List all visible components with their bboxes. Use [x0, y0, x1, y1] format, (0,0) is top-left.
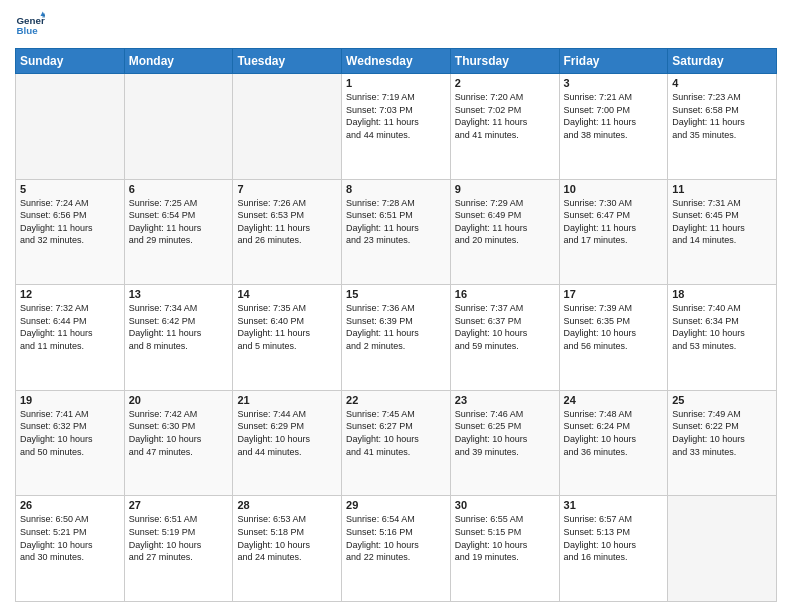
weekday-header: Wednesday: [342, 49, 451, 74]
calendar-cell: 2Sunrise: 7:20 AM Sunset: 7:02 PM Daylig…: [450, 74, 559, 180]
calendar-cell: 24Sunrise: 7:48 AM Sunset: 6:24 PM Dayli…: [559, 390, 668, 496]
calendar-cell: 4Sunrise: 7:23 AM Sunset: 6:58 PM Daylig…: [668, 74, 777, 180]
day-number: 15: [346, 288, 446, 300]
day-number: 1: [346, 77, 446, 89]
calendar-cell: [233, 74, 342, 180]
calendar-week-row: 1Sunrise: 7:19 AM Sunset: 7:03 PM Daylig…: [16, 74, 777, 180]
calendar-week-row: 5Sunrise: 7:24 AM Sunset: 6:56 PM Daylig…: [16, 179, 777, 285]
day-info: Sunrise: 6:51 AM Sunset: 5:19 PM Dayligh…: [129, 513, 229, 563]
day-number: 8: [346, 183, 446, 195]
day-info: Sunrise: 7:20 AM Sunset: 7:02 PM Dayligh…: [455, 91, 555, 141]
day-number: 2: [455, 77, 555, 89]
calendar-cell: [668, 496, 777, 602]
calendar-cell: 18Sunrise: 7:40 AM Sunset: 6:34 PM Dayli…: [668, 285, 777, 391]
calendar-cell: 29Sunrise: 6:54 AM Sunset: 5:16 PM Dayli…: [342, 496, 451, 602]
day-info: Sunrise: 7:29 AM Sunset: 6:49 PM Dayligh…: [455, 197, 555, 247]
calendar-cell: 17Sunrise: 7:39 AM Sunset: 6:35 PM Dayli…: [559, 285, 668, 391]
day-info: Sunrise: 7:23 AM Sunset: 6:58 PM Dayligh…: [672, 91, 772, 141]
day-info: Sunrise: 7:40 AM Sunset: 6:34 PM Dayligh…: [672, 302, 772, 352]
calendar-week-row: 26Sunrise: 6:50 AM Sunset: 5:21 PM Dayli…: [16, 496, 777, 602]
calendar-cell: 31Sunrise: 6:57 AM Sunset: 5:13 PM Dayli…: [559, 496, 668, 602]
calendar-cell: 11Sunrise: 7:31 AM Sunset: 6:45 PM Dayli…: [668, 179, 777, 285]
calendar-table: SundayMondayTuesdayWednesdayThursdayFrid…: [15, 48, 777, 602]
calendar-cell: 14Sunrise: 7:35 AM Sunset: 6:40 PM Dayli…: [233, 285, 342, 391]
day-number: 26: [20, 499, 120, 511]
day-number: 14: [237, 288, 337, 300]
day-number: 7: [237, 183, 337, 195]
calendar-week-row: 12Sunrise: 7:32 AM Sunset: 6:44 PM Dayli…: [16, 285, 777, 391]
day-info: Sunrise: 7:36 AM Sunset: 6:39 PM Dayligh…: [346, 302, 446, 352]
day-info: Sunrise: 7:42 AM Sunset: 6:30 PM Dayligh…: [129, 408, 229, 458]
weekday-header: Tuesday: [233, 49, 342, 74]
day-info: Sunrise: 7:49 AM Sunset: 6:22 PM Dayligh…: [672, 408, 772, 458]
day-number: 28: [237, 499, 337, 511]
calendar-cell: 1Sunrise: 7:19 AM Sunset: 7:03 PM Daylig…: [342, 74, 451, 180]
day-number: 6: [129, 183, 229, 195]
day-info: Sunrise: 7:30 AM Sunset: 6:47 PM Dayligh…: [564, 197, 664, 247]
calendar-cell: 6Sunrise: 7:25 AM Sunset: 6:54 PM Daylig…: [124, 179, 233, 285]
day-info: Sunrise: 6:53 AM Sunset: 5:18 PM Dayligh…: [237, 513, 337, 563]
logo: General Blue: [15, 10, 49, 40]
day-number: 4: [672, 77, 772, 89]
day-info: Sunrise: 7:37 AM Sunset: 6:37 PM Dayligh…: [455, 302, 555, 352]
calendar-cell: 22Sunrise: 7:45 AM Sunset: 6:27 PM Dayli…: [342, 390, 451, 496]
day-info: Sunrise: 6:54 AM Sunset: 5:16 PM Dayligh…: [346, 513, 446, 563]
weekday-header: Saturday: [668, 49, 777, 74]
page-header: General Blue: [15, 10, 777, 40]
calendar-cell: 3Sunrise: 7:21 AM Sunset: 7:00 PM Daylig…: [559, 74, 668, 180]
day-number: 22: [346, 394, 446, 406]
calendar-cell: 13Sunrise: 7:34 AM Sunset: 6:42 PM Dayli…: [124, 285, 233, 391]
day-number: 20: [129, 394, 229, 406]
day-number: 13: [129, 288, 229, 300]
calendar-cell: 26Sunrise: 6:50 AM Sunset: 5:21 PM Dayli…: [16, 496, 125, 602]
day-info: Sunrise: 7:41 AM Sunset: 6:32 PM Dayligh…: [20, 408, 120, 458]
calendar-cell: 7Sunrise: 7:26 AM Sunset: 6:53 PM Daylig…: [233, 179, 342, 285]
calendar-cell: 25Sunrise: 7:49 AM Sunset: 6:22 PM Dayli…: [668, 390, 777, 496]
day-number: 23: [455, 394, 555, 406]
day-number: 25: [672, 394, 772, 406]
calendar-cell: [124, 74, 233, 180]
day-info: Sunrise: 7:19 AM Sunset: 7:03 PM Dayligh…: [346, 91, 446, 141]
day-info: Sunrise: 7:39 AM Sunset: 6:35 PM Dayligh…: [564, 302, 664, 352]
calendar-cell: 8Sunrise: 7:28 AM Sunset: 6:51 PM Daylig…: [342, 179, 451, 285]
calendar-cell: 27Sunrise: 6:51 AM Sunset: 5:19 PM Dayli…: [124, 496, 233, 602]
day-number: 9: [455, 183, 555, 195]
day-info: Sunrise: 6:55 AM Sunset: 5:15 PM Dayligh…: [455, 513, 555, 563]
day-number: 30: [455, 499, 555, 511]
calendar-cell: 19Sunrise: 7:41 AM Sunset: 6:32 PM Dayli…: [16, 390, 125, 496]
day-number: 21: [237, 394, 337, 406]
day-number: 19: [20, 394, 120, 406]
day-number: 31: [564, 499, 664, 511]
day-number: 3: [564, 77, 664, 89]
calendar-cell: 23Sunrise: 7:46 AM Sunset: 6:25 PM Dayli…: [450, 390, 559, 496]
day-number: 17: [564, 288, 664, 300]
day-info: Sunrise: 7:44 AM Sunset: 6:29 PM Dayligh…: [237, 408, 337, 458]
day-info: Sunrise: 7:35 AM Sunset: 6:40 PM Dayligh…: [237, 302, 337, 352]
svg-text:General: General: [17, 15, 46, 26]
day-info: Sunrise: 7:45 AM Sunset: 6:27 PM Dayligh…: [346, 408, 446, 458]
calendar-week-row: 19Sunrise: 7:41 AM Sunset: 6:32 PM Dayli…: [16, 390, 777, 496]
calendar-cell: 16Sunrise: 7:37 AM Sunset: 6:37 PM Dayli…: [450, 285, 559, 391]
logo-icon: General Blue: [15, 10, 45, 40]
day-number: 12: [20, 288, 120, 300]
calendar-cell: [16, 74, 125, 180]
page-container: General Blue SundayMondayTuesdayWednesda…: [0, 0, 792, 612]
day-info: Sunrise: 7:32 AM Sunset: 6:44 PM Dayligh…: [20, 302, 120, 352]
calendar-cell: 28Sunrise: 6:53 AM Sunset: 5:18 PM Dayli…: [233, 496, 342, 602]
day-info: Sunrise: 7:31 AM Sunset: 6:45 PM Dayligh…: [672, 197, 772, 247]
weekday-header: Friday: [559, 49, 668, 74]
calendar-cell: 5Sunrise: 7:24 AM Sunset: 6:56 PM Daylig…: [16, 179, 125, 285]
day-number: 16: [455, 288, 555, 300]
day-number: 29: [346, 499, 446, 511]
calendar-header-row: SundayMondayTuesdayWednesdayThursdayFrid…: [16, 49, 777, 74]
weekday-header: Monday: [124, 49, 233, 74]
svg-text:Blue: Blue: [17, 25, 39, 36]
day-number: 24: [564, 394, 664, 406]
weekday-header: Sunday: [16, 49, 125, 74]
calendar-cell: 9Sunrise: 7:29 AM Sunset: 6:49 PM Daylig…: [450, 179, 559, 285]
day-info: Sunrise: 6:50 AM Sunset: 5:21 PM Dayligh…: [20, 513, 120, 563]
day-info: Sunrise: 7:24 AM Sunset: 6:56 PM Dayligh…: [20, 197, 120, 247]
calendar-cell: 21Sunrise: 7:44 AM Sunset: 6:29 PM Dayli…: [233, 390, 342, 496]
day-number: 5: [20, 183, 120, 195]
day-number: 18: [672, 288, 772, 300]
